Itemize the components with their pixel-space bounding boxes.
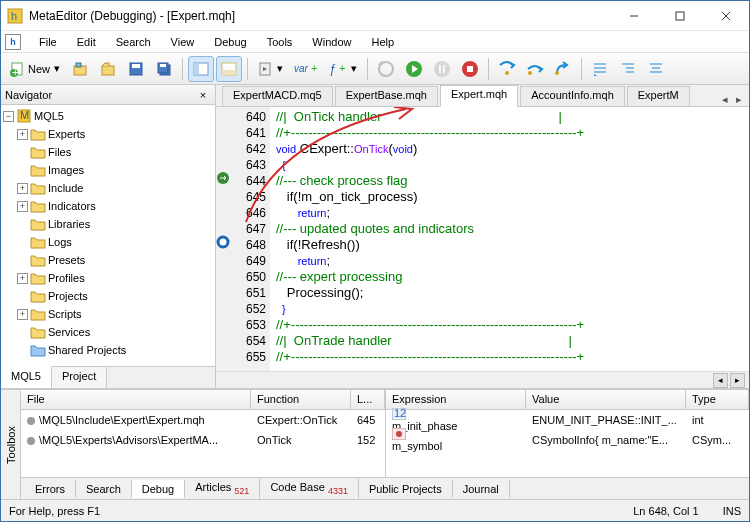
editor-scrollbar[interactable]: ◂ ▸ [216, 371, 749, 388]
menu-tools[interactable]: Tools [257, 31, 303, 52]
tree-item[interactable]: Files [1, 143, 215, 161]
svg-rect-27 [439, 65, 441, 73]
debug-pause-button[interactable] [429, 56, 455, 82]
svg-text:h: h [11, 10, 17, 22]
tree-item[interactable]: Shared Projects [1, 341, 215, 359]
tree-item[interactable]: +Experts [1, 125, 215, 143]
indent-right-button[interactable] [587, 56, 613, 82]
indent-left-button[interactable] [615, 56, 641, 82]
toolbox-tab[interactable]: Errors [25, 480, 76, 498]
code-editor[interactable]: 6406416426436446456466476486496506516526… [216, 107, 749, 371]
editor-tab[interactable]: AccountInfo.mqh [520, 86, 625, 106]
source-code[interactable]: //| OnTick handler |//+-----------------… [270, 107, 749, 371]
scroll-right-button[interactable]: ▸ [730, 373, 745, 388]
toggle-navigator-button[interactable] [188, 56, 214, 82]
svg-point-33 [555, 71, 559, 75]
toolbox-tab[interactable]: Search [76, 480, 132, 498]
watch-panel: Expression Value Type 123m_init_phaseENU… [386, 390, 749, 477]
stack-row[interactable]: \MQL5\Include\Expert\Expert.mqhCExpert::… [21, 410, 385, 430]
close-button[interactable] [703, 1, 749, 30]
watch-hdr-val[interactable]: Value [526, 390, 686, 409]
breakpoint-gutter[interactable] [216, 107, 236, 371]
nav-tab-project[interactable]: Project [52, 367, 107, 388]
svg-text:123: 123 [394, 408, 406, 419]
mdi-icon[interactable]: h [5, 34, 21, 50]
add-func-button[interactable]: ƒ+▾ [325, 56, 362, 82]
navigator-close-button[interactable]: × [195, 89, 211, 101]
tree-item[interactable]: Services [1, 323, 215, 341]
toolbox-tab[interactable]: Articles 521 [185, 478, 260, 499]
debug-stop-button[interactable] [457, 56, 483, 82]
menu-help[interactable]: Help [361, 31, 404, 52]
svg-rect-30 [467, 66, 473, 72]
watch-hdr-type[interactable]: Type [686, 390, 749, 409]
svg-text:+: + [339, 65, 345, 73]
nav-tab-mql5[interactable]: MQL5 [1, 366, 52, 388]
menu-debug[interactable]: Debug [204, 31, 256, 52]
tab-scroll-right[interactable]: ▸ [733, 93, 745, 106]
stack-hdr-ln[interactable]: L... [351, 390, 385, 409]
editor-tab[interactable]: ExpertM [627, 86, 690, 106]
minimize-button[interactable] [611, 1, 657, 30]
toggle-toolbox-button[interactable] [216, 56, 242, 82]
status-position: Ln 648, Col 1 [633, 505, 698, 517]
svg-point-31 [505, 71, 509, 75]
tree-item[interactable]: Libraries [1, 215, 215, 233]
debug-start-button[interactable] [401, 56, 427, 82]
compile-button[interactable]: ▾ [253, 56, 288, 82]
tree-item[interactable]: +Include [1, 179, 215, 197]
svg-rect-16 [160, 64, 166, 67]
step-into-button[interactable] [494, 56, 520, 82]
editor-tab[interactable]: Expert.mqh [440, 85, 518, 107]
tree-item[interactable]: +Indicators [1, 197, 215, 215]
stack-hdr-file[interactable]: File [21, 390, 251, 409]
scroll-left-button[interactable]: ◂ [713, 373, 728, 388]
watch-rows[interactable]: 123m_init_phaseENUM_INIT_PHASE::INIT_...… [386, 410, 749, 450]
tree-root[interactable]: −MMQL5 [1, 107, 215, 125]
status-bar: For Help, press F1 Ln 648, Col 1 INS [1, 499, 749, 521]
toolbox-tab[interactable]: Journal [453, 480, 510, 498]
menu-window[interactable]: Window [302, 31, 361, 52]
stack-row[interactable]: \MQL5\Experts\Advisors\ExpertMA...OnTick… [21, 430, 385, 450]
svg-rect-20 [222, 70, 236, 75]
stack-hdr-fn[interactable]: Function [251, 390, 351, 409]
window-title: MetaEditor (Debugging) - [Expert.mqh] [29, 9, 611, 23]
editor-tab[interactable]: ExpertMACD.mq5 [222, 86, 333, 106]
call-stack-panel: File Function L... \MQL5\Include\Expert\… [21, 390, 386, 477]
svg-rect-11 [102, 66, 114, 75]
open-button[interactable] [95, 56, 121, 82]
debug-restart-button[interactable] [373, 56, 399, 82]
watch-row[interactable]: m_symbolCSymbolInfo{ m_name:"E...CSym... [386, 430, 749, 450]
tree-item[interactable]: +Profiles [1, 269, 215, 287]
step-over-button[interactable] [522, 56, 548, 82]
toolbox-tab[interactable]: Debug [132, 480, 185, 498]
toolbox-tab[interactable]: Public Projects [359, 480, 453, 498]
tree-item[interactable]: +Scripts [1, 305, 215, 323]
save-button[interactable] [123, 56, 149, 82]
navigator-tree[interactable]: −MMQL5+ExpertsFilesImages+Include+Indica… [1, 105, 215, 366]
menu-search[interactable]: Search [106, 31, 161, 52]
menu-edit[interactable]: Edit [67, 31, 106, 52]
tree-item[interactable]: Projects [1, 287, 215, 305]
maximize-button[interactable] [657, 1, 703, 30]
save-all-button[interactable] [151, 56, 177, 82]
tree-item[interactable]: Presets [1, 251, 215, 269]
step-out-button[interactable] [550, 56, 576, 82]
new-button[interactable]: +New▾ [5, 56, 65, 82]
menu-file[interactable]: File [29, 31, 67, 52]
tree-item[interactable]: Images [1, 161, 215, 179]
stack-rows[interactable]: \MQL5\Include\Expert\Expert.mqhCExpert::… [21, 410, 385, 450]
title-bar: h MetaEditor (Debugging) - [Expert.mqh] [1, 1, 749, 31]
tree-item[interactable]: Logs [1, 233, 215, 251]
editor-tab[interactable]: ExpertBase.mqh [335, 86, 438, 106]
tab-scroll-left[interactable]: ◂ [719, 93, 731, 106]
format-button[interactable] [643, 56, 669, 82]
toolbox-tab[interactable]: Code Base 4331 [260, 478, 359, 499]
navigator-title: Navigator [5, 89, 52, 101]
add-var-button[interactable]: var+ [290, 56, 323, 82]
svg-point-46 [218, 237, 228, 247]
toolbox-tabs: ErrorsSearchDebugArticles 521Code Base 4… [21, 477, 749, 499]
open-project-button[interactable] [67, 56, 93, 82]
app-icon: h [7, 8, 23, 24]
menu-view[interactable]: View [161, 31, 205, 52]
